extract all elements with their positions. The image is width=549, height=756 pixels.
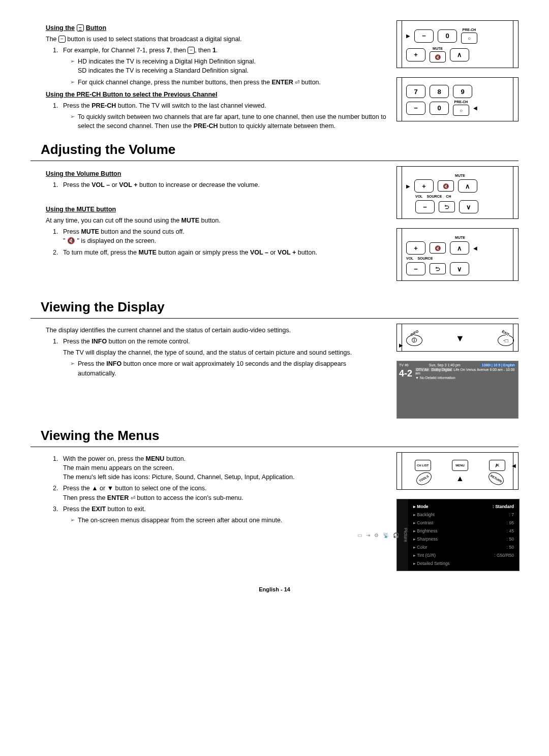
pointer-icon: ◀ [473, 105, 477, 111]
list-item: Press the INFO button on the remote cont… [60, 337, 386, 378]
remote-fig-4: MUTE + 🔇 ∧ ◀ VOL SOURCE − ⮌ ∨ [396, 228, 518, 281]
vol-label: VOL [406, 257, 413, 260]
remote-fig-5: INFO ⓘ ▼ EXIT ⋅□ ▶ [396, 324, 518, 352]
channel-number: 4-2 [399, 368, 412, 379]
ch-down-button: ∨ [450, 262, 469, 275]
zero-button: 0 [430, 102, 449, 115]
pointer-icon: ▶ [406, 33, 410, 39]
sub-note: For quick channel change, press the numb… [70, 78, 386, 87]
vol-plus-button: + [414, 179, 434, 193]
num7-button: 7 [406, 85, 425, 98]
vol-minus-button: − [406, 262, 425, 275]
remote-fig-1: ▶ − 0 PRE-CH ○ + MUTE 🔇 ∧ [396, 20, 518, 68]
intro-para: The − button is used to select stations … [46, 35, 386, 44]
chlist-button: CH LIST [415, 460, 431, 471]
vol-plus-button: + [406, 48, 425, 61]
menu-row: ▸ Detailed Settings [413, 559, 514, 568]
list-item: Press the PRE-CH button. The TV will swi… [60, 101, 386, 131]
vol-plus-button: + [406, 241, 425, 255]
dash-key-icon: − [188, 47, 195, 54]
section-title-volume: Adjusting the Volume [41, 142, 518, 158]
mute-button: 🔇 [438, 180, 454, 192]
menu-row: ▸ Brightness45 [413, 527, 514, 535]
section-title-display: Viewing the Display [41, 299, 518, 315]
ch-down-button: ∨ [459, 200, 478, 213]
menu-osd-screenshot: Picture 🎧 📡 ⚙ ⇥ ▭ ▸ ModeStandard▸ Backli… [396, 499, 520, 571]
vol-label: VOL [415, 195, 422, 198]
list-item: Press the VOL – or VOL + button to incre… [60, 180, 386, 190]
remote-fig-6: CH LIST MENU ⅉK ◀ TOOLS ▲ RETURN [396, 452, 518, 490]
remote-fig-3: MUTE ▶ + 🔇 ∧ VOL SOURCE CH − ⮌ ∨ [396, 166, 518, 219]
display-intro: The display identifies the current chann… [46, 326, 386, 335]
subhead-mute-button: Using the MUTE button [46, 206, 386, 213]
ch-up-button: ∧ [458, 179, 477, 193]
divider [30, 447, 518, 447]
info-button: ⓘ [406, 335, 422, 346]
menu-row: ▸ Tint (G/R)G50/R50 [413, 551, 514, 559]
sub-note: The on-screen menus disappear from the s… [70, 516, 386, 525]
ch-up-button: ∧ [450, 48, 469, 61]
pointer-icon: ◀ [512, 463, 516, 468]
list-item: Press the ▲ or ▼ button to select one of… [60, 484, 386, 502]
input-icon: ⇥ [366, 532, 370, 538]
divider [30, 161, 518, 161]
prech-label: PRE-CH [463, 28, 476, 32]
menu-row: ▸ Color50 [413, 543, 514, 551]
enter-icon: ⏎ [295, 79, 299, 87]
ch-up-button: ∧ [450, 241, 469, 255]
display-detail: The TV will display the channel, the typ… [63, 348, 386, 357]
vol-minus-button: − [415, 200, 435, 213]
zero-button: 0 [438, 29, 457, 43]
application-icon: ▭ [357, 532, 362, 538]
mute-intro: At any time, you can cut off the sound u… [46, 216, 386, 225]
menu-button: MENU [452, 460, 468, 471]
list-item: Press the EXIT button to exit. The on-sc… [60, 505, 386, 525]
num9-button: 9 [453, 85, 472, 98]
enter-icon: ⏎ [131, 494, 135, 502]
sound-icon: 🎧 [393, 532, 399, 538]
prech-button: ○ [461, 33, 477, 44]
dash-key-icon: − [77, 24, 84, 32]
menu-row: ▸ Backlight7 [413, 511, 514, 519]
remote-fig-2: 7 8 9 − 0 PRE-CH ○ ◀ [396, 77, 518, 121]
prech-button: ○ [453, 105, 469, 116]
setup-icon: ⚙ [374, 532, 379, 538]
prech-label: PRE-CH [454, 100, 468, 104]
mute-label: MUTE [455, 236, 465, 239]
pointer-icon: ◀ [473, 245, 477, 251]
divider [30, 318, 518, 319]
mute-label: MUTE [433, 47, 443, 50]
dash-button: − [414, 29, 434, 43]
channel-icon: 📡 [383, 532, 389, 538]
mute-label: MUTE [455, 174, 465, 177]
source-button: ⮌ [430, 263, 446, 274]
ik-button: ⅉK [489, 460, 505, 471]
pointer-icon: ▶ [399, 342, 403, 348]
subhead-vol-button: Using the Volume Button [46, 170, 386, 177]
subhead-prech: Using the PRE-CH Button to select the Pr… [46, 91, 386, 98]
exit-button: ⋅□ [498, 335, 514, 346]
ch-label: CH [446, 195, 451, 198]
list-item: Press MUTE button and the sound cuts off… [60, 227, 386, 245]
menu-row: ▸ Sharpness50 [413, 535, 514, 543]
mute-button: 🔇 [430, 51, 446, 62]
list-item: To turn mute off, press the MUTE button … [60, 248, 386, 257]
sub-note: To quickly switch between two channels t… [70, 112, 386, 131]
source-label: SOURCE [426, 195, 442, 198]
menu-row: ▸ ModeStandard [413, 502, 514, 511]
subhead-dash-button: Using the − Button [46, 24, 386, 32]
list-item: For example, for Channel 7-1, press 7, t… [60, 46, 386, 87]
section-title-menus: Viewing the Menus [41, 428, 518, 444]
page-footer: English - 14 [30, 586, 518, 592]
tools-button: TOOLS [414, 469, 434, 487]
num8-button: 8 [430, 85, 449, 98]
sub-note: Press the INFO button once more or wait … [70, 359, 386, 377]
list-item: With the power on, press the MENU button… [60, 454, 386, 482]
mute-button: 🔇 [430, 242, 446, 254]
pointer-icon: ▶ [406, 183, 410, 189]
source-button: ⮌ [439, 201, 455, 212]
dash-button: − [406, 102, 425, 115]
sub-note: HD indicates the TV is receiving a Digit… [70, 57, 386, 75]
info-osd-screenshot: TV #6 Sun, Sep 3 1:40 pm 1080i | 16:9 | … [396, 361, 518, 419]
menu-row: ▸ Contrast95 [413, 519, 514, 527]
